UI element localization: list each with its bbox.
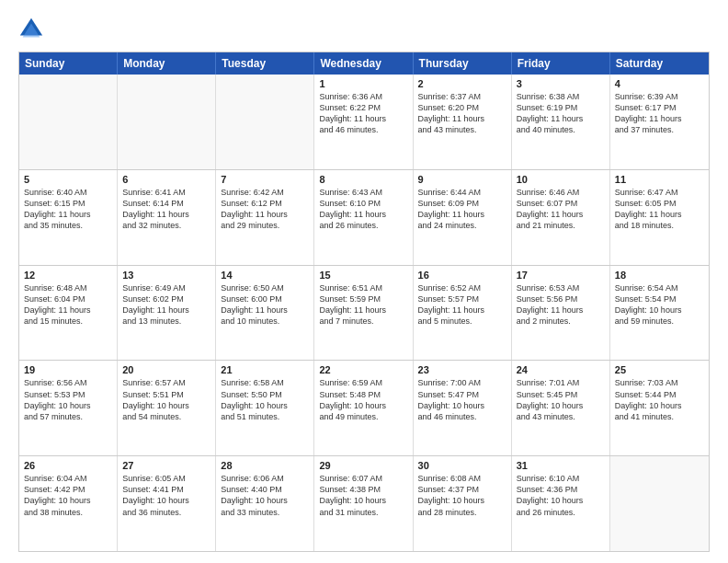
weekday-header-wednesday: Wednesday (314, 52, 413, 75)
day-number: 24 (517, 364, 605, 375)
day-info: Sunrise: 6:41 AM Sunset: 6:14 PM Dayligh… (122, 187, 210, 232)
day-cell-19: 19Sunrise: 6:56 AM Sunset: 5:53 PM Dayli… (19, 361, 118, 455)
day-info: Sunrise: 6:10 AM Sunset: 4:36 PM Dayligh… (517, 473, 605, 518)
weekday-header-tuesday: Tuesday (216, 52, 314, 75)
day-cell-25: 25Sunrise: 7:03 AM Sunset: 5:44 PM Dayli… (610, 361, 709, 455)
day-number: 1 (319, 78, 407, 89)
day-number: 30 (418, 460, 506, 471)
day-info: Sunrise: 7:00 AM Sunset: 5:47 PM Dayligh… (418, 377, 506, 422)
day-cell-6: 6Sunrise: 6:41 AM Sunset: 6:14 PM Daylig… (118, 170, 216, 265)
day-info: Sunrise: 6:56 AM Sunset: 5:53 PM Dayligh… (24, 377, 112, 422)
empty-cell (19, 75, 118, 169)
day-number: 27 (122, 460, 210, 471)
day-number: 28 (221, 460, 309, 471)
weekday-header-saturday: Saturday (610, 52, 709, 75)
day-number: 21 (221, 364, 309, 375)
day-cell-5: 5Sunrise: 6:40 AM Sunset: 6:15 PM Daylig… (19, 170, 118, 265)
calendar-header: SundayMondayTuesdayWednesdayThursdayFrid… (19, 52, 709, 75)
day-number: 17 (517, 270, 605, 281)
day-cell-27: 27Sunrise: 6:05 AM Sunset: 4:41 PM Dayli… (118, 456, 216, 551)
day-number: 18 (615, 270, 704, 281)
day-info: Sunrise: 6:38 AM Sunset: 6:19 PM Dayligh… (517, 91, 605, 136)
page: SundayMondayTuesdayWednesdayThursdayFrid… (0, 0, 728, 563)
day-cell-18: 18Sunrise: 6:54 AM Sunset: 5:54 PM Dayli… (610, 266, 709, 361)
weekday-header-sunday: Sunday (19, 52, 118, 75)
day-cell-12: 12Sunrise: 6:48 AM Sunset: 6:04 PM Dayli… (19, 266, 118, 361)
day-number: 6 (122, 174, 210, 185)
day-cell-30: 30Sunrise: 6:08 AM Sunset: 4:37 PM Dayli… (414, 456, 512, 551)
day-number: 29 (319, 460, 407, 471)
day-number: 16 (418, 270, 506, 281)
day-cell-13: 13Sunrise: 6:49 AM Sunset: 6:02 PM Dayli… (118, 266, 216, 361)
day-cell-9: 9Sunrise: 6:44 AM Sunset: 6:09 PM Daylig… (414, 170, 512, 265)
day-info: Sunrise: 6:05 AM Sunset: 4:41 PM Dayligh… (122, 473, 210, 518)
header (18, 17, 710, 42)
day-info: Sunrise: 6:42 AM Sunset: 6:12 PM Dayligh… (221, 187, 309, 232)
day-cell-29: 29Sunrise: 6:07 AM Sunset: 4:38 PM Dayli… (314, 456, 413, 551)
day-number: 8 (319, 174, 407, 185)
day-info: Sunrise: 6:37 AM Sunset: 6:20 PM Dayligh… (418, 91, 506, 136)
day-cell-15: 15Sunrise: 6:51 AM Sunset: 5:59 PM Dayli… (314, 266, 413, 361)
day-info: Sunrise: 6:43 AM Sunset: 6:10 PM Dayligh… (319, 187, 407, 232)
day-info: Sunrise: 6:46 AM Sunset: 6:07 PM Dayligh… (517, 187, 605, 232)
day-info: Sunrise: 6:52 AM Sunset: 5:57 PM Dayligh… (418, 282, 506, 327)
day-cell-14: 14Sunrise: 6:50 AM Sunset: 6:00 PM Dayli… (216, 266, 314, 361)
empty-cell (610, 456, 709, 551)
day-number: 3 (517, 78, 605, 89)
day-info: Sunrise: 6:50 AM Sunset: 6:00 PM Dayligh… (221, 282, 309, 327)
day-info: Sunrise: 6:06 AM Sunset: 4:40 PM Dayligh… (221, 473, 309, 518)
calendar-row-0: 1Sunrise: 6:36 AM Sunset: 6:22 PM Daylig… (19, 75, 709, 169)
day-info: Sunrise: 6:54 AM Sunset: 5:54 PM Dayligh… (615, 282, 704, 327)
calendar: SundayMondayTuesdayWednesdayThursdayFrid… (18, 52, 710, 552)
day-cell-7: 7Sunrise: 6:42 AM Sunset: 6:12 PM Daylig… (216, 170, 314, 265)
weekday-header-thursday: Thursday (414, 52, 512, 75)
day-number: 31 (517, 460, 605, 471)
day-number: 22 (319, 364, 407, 375)
day-cell-31: 31Sunrise: 6:10 AM Sunset: 4:36 PM Dayli… (512, 456, 610, 551)
day-info: Sunrise: 6:04 AM Sunset: 4:42 PM Dayligh… (24, 473, 112, 518)
day-info: Sunrise: 6:47 AM Sunset: 6:05 PM Dayligh… (615, 187, 704, 232)
day-info: Sunrise: 6:07 AM Sunset: 4:38 PM Dayligh… (319, 473, 407, 518)
day-cell-8: 8Sunrise: 6:43 AM Sunset: 6:10 PM Daylig… (314, 170, 413, 265)
day-info: Sunrise: 6:58 AM Sunset: 5:50 PM Dayligh… (221, 377, 309, 422)
day-info: Sunrise: 7:03 AM Sunset: 5:44 PM Dayligh… (615, 377, 704, 422)
logo (18, 17, 48, 42)
day-info: Sunrise: 6:57 AM Sunset: 5:51 PM Dayligh… (122, 377, 210, 422)
empty-cell (216, 75, 314, 169)
day-number: 9 (418, 174, 506, 185)
day-number: 2 (418, 78, 506, 89)
day-info: Sunrise: 6:08 AM Sunset: 4:37 PM Dayligh… (418, 473, 506, 518)
day-cell-11: 11Sunrise: 6:47 AM Sunset: 6:05 PM Dayli… (610, 170, 709, 265)
day-number: 25 (615, 364, 704, 375)
day-info: Sunrise: 6:40 AM Sunset: 6:15 PM Dayligh… (24, 187, 112, 232)
day-info: Sunrise: 6:59 AM Sunset: 5:48 PM Dayligh… (319, 377, 407, 422)
day-cell-2: 2Sunrise: 6:37 AM Sunset: 6:20 PM Daylig… (414, 75, 512, 169)
day-number: 26 (24, 460, 112, 471)
day-cell-28: 28Sunrise: 6:06 AM Sunset: 4:40 PM Dayli… (216, 456, 314, 551)
day-number: 23 (418, 364, 506, 375)
day-number: 14 (221, 270, 309, 281)
day-cell-1: 1Sunrise: 6:36 AM Sunset: 6:22 PM Daylig… (314, 75, 413, 169)
day-cell-21: 21Sunrise: 6:58 AM Sunset: 5:50 PM Dayli… (216, 361, 314, 455)
day-cell-22: 22Sunrise: 6:59 AM Sunset: 5:48 PM Dayli… (314, 361, 413, 455)
day-cell-23: 23Sunrise: 7:00 AM Sunset: 5:47 PM Dayli… (414, 361, 512, 455)
day-number: 13 (122, 270, 210, 281)
day-number: 10 (517, 174, 605, 185)
day-number: 19 (24, 364, 112, 375)
day-number: 15 (319, 270, 407, 281)
day-number: 5 (24, 174, 112, 185)
day-number: 20 (122, 364, 210, 375)
day-cell-24: 24Sunrise: 7:01 AM Sunset: 5:45 PM Dayli… (512, 361, 610, 455)
day-cell-10: 10Sunrise: 6:46 AM Sunset: 6:07 PM Dayli… (512, 170, 610, 265)
day-cell-16: 16Sunrise: 6:52 AM Sunset: 5:57 PM Dayli… (414, 266, 512, 361)
day-number: 11 (615, 174, 704, 185)
calendar-row-2: 12Sunrise: 6:48 AM Sunset: 6:04 PM Dayli… (19, 265, 709, 361)
day-cell-17: 17Sunrise: 6:53 AM Sunset: 5:56 PM Dayli… (512, 266, 610, 361)
empty-cell (118, 75, 216, 169)
calendar-row-4: 26Sunrise: 6:04 AM Sunset: 4:42 PM Dayli… (19, 455, 709, 551)
day-info: Sunrise: 6:44 AM Sunset: 6:09 PM Dayligh… (418, 187, 506, 232)
calendar-body: 1Sunrise: 6:36 AM Sunset: 6:22 PM Daylig… (19, 75, 709, 551)
logo-icon (18, 17, 44, 42)
day-cell-3: 3Sunrise: 6:38 AM Sunset: 6:19 PM Daylig… (512, 75, 610, 169)
day-cell-26: 26Sunrise: 6:04 AM Sunset: 4:42 PM Dayli… (19, 456, 118, 551)
